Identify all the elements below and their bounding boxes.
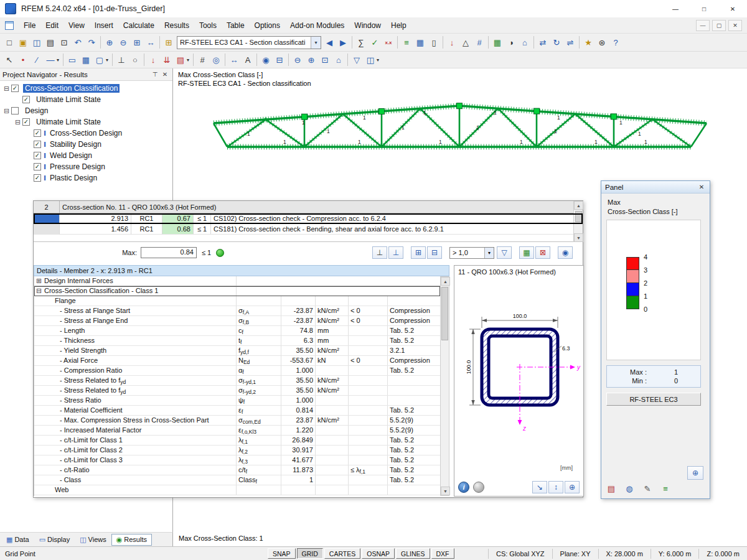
info-icon[interactable]: i [458, 482, 469, 493]
nav-cross-section-classification[interactable]: ⊟ ✓ Cross-Section Classification [0, 83, 172, 94]
tables-icon[interactable]: ⊞ [162, 35, 176, 49]
nodal-load-icon[interactable]: ↓ [146, 53, 160, 67]
zoom-in-icon[interactable]: ⊕ [103, 35, 116, 49]
nav-cross-section-design[interactable]: ✓ Ⅰ Cross-Section Design [0, 128, 172, 139]
truss-model-view[interactable]: 1 1 1 1 1 1 1 1 1 1 1 1 1 1 1 1 1 1 [209, 97, 710, 156]
visibility-eye-icon[interactable]: ◉ [558, 246, 573, 259]
delete-results-icon[interactable]: ⊠ [535, 246, 550, 259]
undo-icon[interactable]: ↶ [71, 35, 85, 49]
details-row[interactable]: - Class Classf 1 Tab. 5.2 [34, 475, 440, 485]
details-row[interactable]: - Stress at Flange End σf,B -23.87 kN/cm… [34, 316, 440, 326]
shadow-mode-icon[interactable]: ◑ [504, 35, 518, 49]
module-favorites-icon[interactable]: ★ [581, 35, 595, 49]
tree-checkbox[interactable]: ✓ [34, 163, 41, 170]
section-pointer-icon[interactable]: ↘ [532, 481, 547, 493]
location-x-cell[interactable]: 2.913 [60, 213, 131, 224]
dropdown-caret-icon[interactable]: ▾ [104, 53, 110, 67]
tree-checkbox[interactable]: ✓ [22, 96, 30, 103]
tab-data[interactable]: ▦ Data [1, 534, 34, 546]
section-dimensions-icon[interactable]: ↕ [548, 481, 563, 493]
expander-icon[interactable]: ⊞ [36, 276, 44, 286]
settings-icon[interactable]: ⊛ [595, 35, 609, 49]
result-diagram-icon[interactable]: ⊥ [372, 246, 387, 259]
details-row[interactable]: Flange [34, 296, 440, 306]
pin-icon[interactable]: ⊤ [150, 70, 160, 80]
mdi-minimize-button[interactable]: — [696, 20, 710, 31]
panel-zoom-button[interactable]: ⊕ [687, 466, 703, 480]
result-diagram-colored-icon[interactable]: ⊥ [388, 246, 403, 259]
chevron-down-icon[interactable]: ▾ [484, 248, 494, 258]
truss-node-marker[interactable] [611, 114, 617, 119]
isometry-icon[interactable]: ⌂ [332, 53, 345, 67]
line-load-icon[interactable]: ⇊ [160, 53, 174, 67]
numbering-icon[interactable]: # [472, 35, 486, 49]
row-marker[interactable] [34, 213, 60, 224]
mirror-icon[interactable]: ⇌ [563, 35, 577, 49]
grid-icon[interactable]: # [195, 53, 209, 67]
details-row[interactable]: - c/t-Ratio c/tf 11.873 ≤ λf,1 Tab. 5.2 [34, 465, 440, 475]
details-row[interactable]: - Stress Ratio ψf 1.000 [34, 396, 440, 406]
table-row[interactable]: 2.913 RC1 0.67 ≤ 1 CS102) Cross-section … [34, 213, 583, 224]
dropdown-caret-icon[interactable]: ▾ [375, 53, 381, 67]
render-sphere-icon[interactable] [473, 482, 484, 493]
menu-item[interactable]: Tools [194, 17, 222, 34]
filter-icon[interactable]: ▽ [350, 53, 364, 67]
menu-item[interactable]: Options [250, 17, 285, 34]
design-ratio-cell[interactable]: 0.68 [162, 224, 194, 235]
truss-node-marker[interactable] [534, 108, 540, 114]
menu-item[interactable]: Table [222, 17, 250, 34]
tab-results[interactable]: ◉ Results [111, 534, 152, 546]
scroll-up-icon[interactable]: ▲ [441, 277, 450, 286]
design-ratio-cell[interactable]: 0.67 [162, 213, 194, 224]
details-row[interactable]: - Compression Ratio αf 1.000 Tab. 5.2 [34, 366, 440, 376]
check-description-cell[interactable]: CS102) Cross-section check - Compression… [211, 213, 583, 224]
new-file-icon[interactable]: □ [2, 35, 16, 49]
menu-item[interactable]: Calculate [118, 17, 159, 34]
mdi-restore-button[interactable]: ▢ [712, 20, 726, 31]
expander-icon[interactable]: ⊟ [36, 286, 44, 296]
node-tool-icon[interactable]: • [16, 53, 30, 67]
chevron-down-icon[interactable]: ▾ [311, 37, 321, 49]
calculation-params-icon[interactable]: x.x [382, 35, 395, 49]
details-row[interactable]: - Length cf 74.8 mm Tab. 5.2 [34, 326, 440, 336]
maximize-button[interactable]: □ [690, 0, 718, 17]
scroll-up-icon[interactable]: ▲ [574, 201, 583, 210]
nav-pressure-design[interactable]: ✓ Ⅰ Pressure Design [0, 161, 172, 172]
tab-display[interactable]: ▭ Display [34, 534, 75, 546]
details-row[interactable]: - c/t-Limit for Class 3 λf,3 41.677 Tab.… [34, 455, 440, 465]
surface-tool-icon[interactable]: ▭ [65, 53, 79, 67]
save-icon[interactable]: ◫ [30, 35, 44, 49]
panel-isolines-icon[interactable]: ✎ [641, 482, 654, 495]
tree-checkbox[interactable]: ✓ [34, 141, 41, 148]
truss-node-marker[interactable] [302, 114, 308, 119]
text-comment-icon[interactable]: A [241, 53, 255, 67]
close-icon[interactable]: ✕ [697, 183, 706, 192]
snap-toggle-button[interactable]: OSNAP [362, 548, 395, 559]
rotate-icon[interactable]: ↻ [550, 35, 563, 49]
scroll-down-icon[interactable]: ▼ [574, 233, 583, 242]
scroll-down-icon[interactable]: ▼ [441, 487, 450, 495]
tree-expander-icon[interactable]: ⊟ [2, 107, 11, 115]
truss-node-marker[interactable] [379, 109, 385, 114]
snap-toggle-button[interactable]: SNAP [268, 548, 296, 559]
tree-checkbox[interactable]: ✓ [11, 85, 19, 92]
details-row[interactable]: - c/t-Limit for Class 2 λf,2 30.917 Tab.… [34, 446, 440, 455]
scroll-thumb[interactable] [441, 287, 448, 340]
details-row[interactable]: - Axial Force NEd -553.67 kN < 0 Compres… [34, 356, 440, 366]
render-mode-icon[interactable]: ▦ [491, 35, 504, 49]
details-row[interactable]: - Stress Related to fyd σf-yd,1 35.50 kN… [34, 376, 440, 386]
snap-toggle-button[interactable]: DXF [431, 548, 454, 559]
mdi-close-button[interactable]: ✕ [728, 20, 742, 31]
menu-item[interactable]: Add-on Modules [285, 17, 349, 34]
snap-toggle-button[interactable]: GLINES [396, 548, 430, 559]
object-snap-icon[interactable]: ◎ [209, 53, 223, 67]
view-zoom-out-icon[interactable]: ⊖ [291, 53, 304, 67]
minimize-button[interactable]: — [661, 0, 690, 17]
hinge-tool-icon[interactable]: ○ [128, 53, 142, 67]
details-row[interactable]: - Stress at Flange Start σf,A -23.87 kN/… [34, 306, 440, 316]
copy-icon[interactable]: ⊡ [57, 35, 71, 49]
snap-toggle-button[interactable]: GRID [297, 548, 323, 559]
isometric-view-icon[interactable]: ⌂ [518, 35, 532, 49]
full-view-icon[interactable]: ⊡ [318, 53, 332, 67]
tab-views[interactable]: ◫ Views [75, 534, 111, 546]
